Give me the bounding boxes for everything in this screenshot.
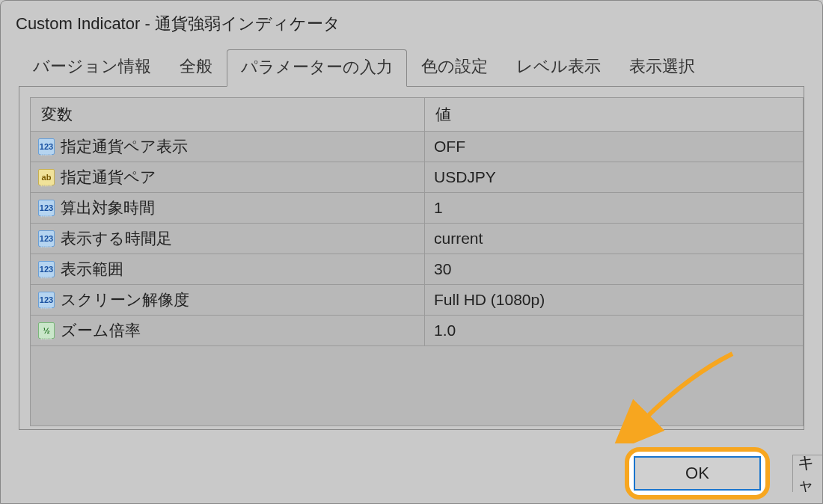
param-name: 指定通貨ペア表示 [61,136,188,157]
param-name: 表示範囲 [61,259,123,280]
table-row[interactable]: 123 表示する時間足 current [31,224,803,254]
table-row[interactable]: ab 指定通貨ペア USDJPY [31,162,803,193]
param-name: 算出対象時間 [61,197,155,218]
table-row[interactable]: 123 スクリーン解像度 Full HD (1080p) [31,285,803,316]
table-row[interactable]: 123 表示範囲 30 [31,254,803,285]
param-value-cell[interactable]: current [425,224,803,253]
tab-parameter-input[interactable]: パラメーターの入力 [227,49,407,87]
ok-highlight-annotation: OK [625,447,770,500]
column-header-value[interactable]: 値 [425,98,803,131]
tab-display-select[interactable]: 表示選択 [615,49,709,86]
table-row[interactable]: ½ ズーム倍率 1.0 [31,316,803,346]
param-name: スクリーン解像度 [61,289,189,310]
param-name-cell: 123 指定通貨ペア表示 [31,132,425,162]
parameter-grid: 変数 値 123 指定通貨ペア表示 OFF ab 指定通貨ペア USDJPY [30,97,804,426]
cancel-button[interactable]: キャ [792,455,822,492]
param-name-cell: ab 指定通貨ペア [31,162,425,192]
table-row[interactable]: 123 算出対象時間 1 [31,193,803,224]
tab-general[interactable]: 全般 [165,49,227,86]
tab-version-info[interactable]: バージョン情報 [19,49,165,86]
float-type-icon: ½ [38,322,55,339]
tab-color-settings[interactable]: 色の設定 [407,49,502,86]
ok-button[interactable]: OK [634,456,761,491]
param-name: 表示する時間足 [61,228,172,249]
param-value-cell[interactable]: Full HD (1080p) [425,285,803,315]
dialog-button-row: OK キャ [625,443,822,503]
number-type-icon: 123 [38,261,55,277]
param-name-cell: 123 表示範囲 [31,254,425,284]
param-name-cell: 123 表示する時間足 [31,224,425,253]
tab-row: バージョン情報 全般 パラメーターの入力 色の設定 レベル表示 表示選択 [1,49,822,86]
window-title: Custom Indicator - 通貨強弱インディケータ [1,1,822,49]
tab-level-display[interactable]: レベル表示 [502,49,615,86]
table-row[interactable]: 123 指定通貨ペア表示 OFF [31,132,803,162]
param-value-cell[interactable]: USDJPY [425,162,803,192]
tab-content: 変数 値 123 指定通貨ペア表示 OFF ab 指定通貨ペア USDJPY [19,86,804,430]
number-type-icon: 123 [38,138,55,155]
param-name-cell: 123 算出対象時間 [31,193,425,223]
param-value-cell[interactable]: 1 [425,193,803,223]
param-value-cell[interactable]: 1.0 [425,316,803,345]
dialog-window: Custom Indicator - 通貨強弱インディケータ バージョン情報 全… [0,0,823,504]
param-value-cell[interactable]: 30 [425,254,803,284]
number-type-icon: 123 [38,230,55,247]
param-name-cell: 123 スクリーン解像度 [31,285,425,315]
param-value-cell[interactable]: OFF [425,132,803,162]
param-name: ズーム倍率 [61,320,141,341]
string-type-icon: ab [38,169,55,185]
grid-header-row: 変数 値 [31,98,803,132]
number-type-icon: 123 [38,200,55,216]
param-name-cell: ½ ズーム倍率 [31,316,425,345]
param-name: 指定通貨ペア [61,167,156,188]
column-header-variable[interactable]: 変数 [31,98,425,131]
number-type-icon: 123 [38,292,55,308]
